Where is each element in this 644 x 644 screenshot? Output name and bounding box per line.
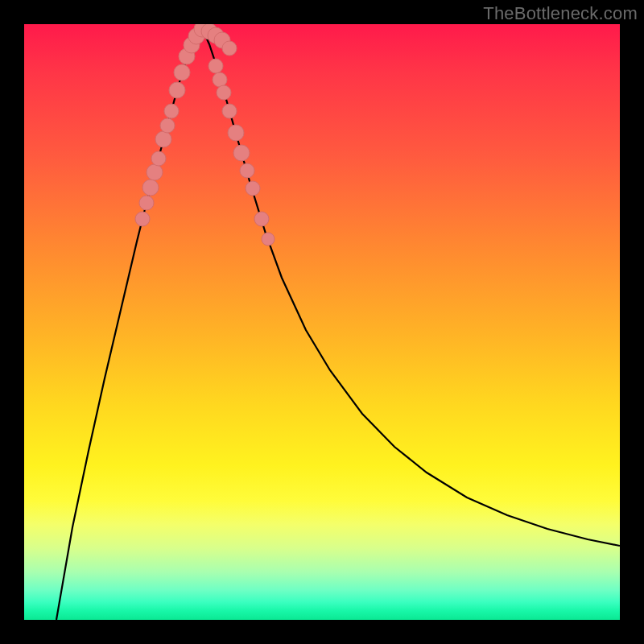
data-marker <box>208 59 223 73</box>
data-marker <box>147 164 163 180</box>
data-marker <box>222 41 237 56</box>
watermark-label: TheBottleneck.com <box>483 3 638 24</box>
data-marker <box>155 131 171 147</box>
data-marker <box>139 196 154 210</box>
data-marker <box>151 151 166 166</box>
left-curve <box>56 29 201 620</box>
data-marker <box>240 163 254 178</box>
data-marker <box>213 72 227 87</box>
chart-stage: TheBottleneck.com <box>0 0 644 644</box>
data-marker <box>233 145 250 161</box>
plot-area <box>24 24 620 620</box>
data-marker <box>142 180 159 196</box>
data-marker <box>262 233 275 246</box>
data-marker <box>228 125 244 141</box>
data-marker <box>254 212 269 226</box>
data-marker <box>217 85 231 100</box>
data-marker <box>160 118 175 133</box>
data-marker <box>222 104 237 118</box>
data-markers <box>135 24 275 246</box>
data-marker <box>246 181 260 196</box>
data-marker <box>174 64 190 80</box>
data-marker <box>169 82 185 98</box>
right-curve <box>201 29 620 546</box>
curve-layer <box>24 24 620 620</box>
data-marker <box>164 104 179 118</box>
data-marker <box>135 212 150 226</box>
